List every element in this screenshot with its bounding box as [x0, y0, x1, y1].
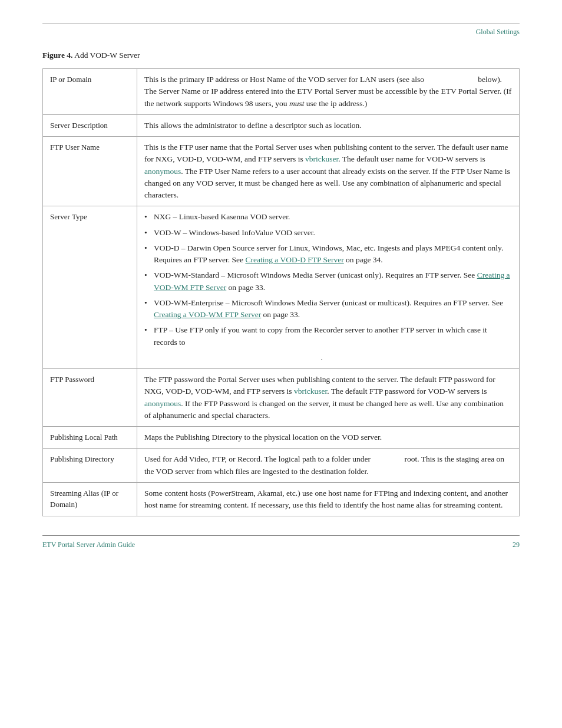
field-description: This allows the administrator to define …: [137, 114, 520, 136]
list-item: NXG – Linux-based Kasenna VOD server.: [144, 211, 512, 223]
table-row: Server Description This allows the admin…: [43, 114, 520, 136]
anonymous-pwd-code: anonymous: [144, 399, 181, 408]
table-row: Publishing Directory Used for Add Video,…: [43, 449, 520, 483]
field-label: Server Type: [43, 206, 137, 369]
field-description: NXG – Linux-based Kasenna VOD server. VO…: [137, 206, 520, 369]
field-description: Used for Add Video, FTP, or Record. The …: [137, 449, 520, 483]
footer-rule: [42, 535, 520, 536]
field-description: This is the FTP user name that the Porta…: [137, 137, 520, 206]
list-item: VOD-D – Darwin Open Source server for Li…: [144, 242, 512, 266]
settings-table: IP or Domain This is the primary IP addr…: [42, 68, 520, 516]
field-label: Streaming Alias (IP or Domain): [43, 482, 137, 516]
page: Global Settings Figure 4. Add VOD-W Serv…: [0, 0, 562, 585]
server-type-list: NXG – Linux-based Kasenna VOD server. VO…: [144, 211, 512, 348]
table-row: Publishing Local Path Maps the Publishin…: [43, 427, 520, 449]
table-row: IP or Domain This is the primary IP addr…: [43, 69, 520, 115]
figure-caption: Figure 4. Add VOD-W Server: [42, 51, 520, 60]
field-description: Some content hosts (PowerStream, Akamai,…: [137, 482, 520, 516]
field-label: FTP User Name: [43, 137, 137, 206]
list-item: VOD-WM-Enterprise – Microsoft Windows Me…: [144, 297, 512, 321]
footer-left: ETV Portal Server Admin Guide: [42, 541, 135, 549]
figure-title: Add VOD-W Server: [74, 51, 140, 60]
field-description: The FTP password the Portal Server uses …: [137, 369, 520, 427]
footer: ETV Portal Server Admin Guide 29: [42, 541, 520, 549]
ftp-continuation: .: [144, 352, 512, 364]
vod-wm-std-link[interactable]: Creating a VOD-WM FTP Server: [154, 271, 510, 291]
header-section: Global Settings: [42, 28, 520, 37]
field-label: Publishing Local Path: [43, 427, 137, 449]
table-row: FTP Password The FTP password the Portal…: [43, 369, 520, 427]
field-description: Maps the Publishing Directory to the phy…: [137, 427, 520, 449]
field-label: Publishing Directory: [43, 449, 137, 483]
field-description: This is the primary IP address or Host N…: [137, 69, 520, 115]
table-row: FTP User Name This is the FTP user name …: [43, 137, 520, 206]
top-rule: [42, 24, 520, 24]
list-item: VOD-WM-Standard – Microsoft Windows Medi…: [144, 269, 512, 294]
vod-wm-ent-link[interactable]: Creating a VOD-WM FTP Server: [154, 310, 261, 319]
list-item: VOD-W – Windows-based InfoValue VOD serv…: [144, 227, 512, 239]
vbrickuser-pwd-code: vbrickuser: [294, 387, 327, 396]
list-item: FTP – Use FTP only if you want to copy f…: [144, 324, 512, 348]
anonymous-code: anonymous: [144, 167, 181, 176]
vod-d-ftp-link[interactable]: Creating a VOD-D FTP Server: [245, 255, 343, 264]
footer-right: 29: [513, 541, 520, 549]
field-label: IP or Domain: [43, 69, 137, 115]
field-label: FTP Password: [43, 369, 137, 427]
vbrickuser-code: vbrickuser: [305, 154, 338, 163]
table-row: Streaming Alias (IP or Domain) Some cont…: [43, 482, 520, 516]
table-row: Server Type NXG – Linux-based Kasenna VO…: [43, 206, 520, 369]
field-label: Server Description: [43, 114, 137, 136]
figure-label: Figure 4.: [42, 51, 73, 60]
